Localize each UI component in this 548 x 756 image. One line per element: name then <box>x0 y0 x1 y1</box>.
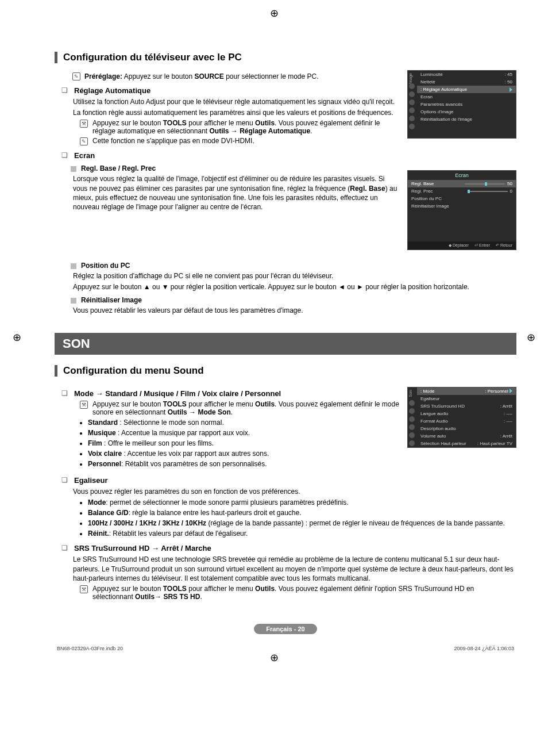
crop-mark-bottom: ⊕ <box>270 651 279 664</box>
osd-image-menu: Image Luminosité: 45 Netteté: 50 : Régla… <box>407 70 516 139</box>
footer-right: 2009-08-24 ¿ÀÈÄ 1:06:03 <box>454 646 514 651</box>
bullet-square <box>71 166 76 172</box>
section-heading-sound: Configuration du menu Sound <box>55 365 516 377</box>
osd-title: Ecran <box>408 171 516 180</box>
subsection-mark: ❏ <box>61 389 70 397</box>
tools-icon: ⚒ <box>80 119 89 128</box>
heading-auto: Réglage Automatique <box>74 86 150 95</box>
subsection-mark: ❏ <box>61 476 70 484</box>
tools-icon: ⚒ <box>80 400 89 409</box>
osd-ecran-menu: Ecran Regl. Base50 Regl. Prec0 Position … <box>407 170 516 250</box>
page: Configuration du téléviseur avec le PC ✎… <box>0 0 548 674</box>
print-footer: BN68-02329A-03Fre.indb 20 2009-08-24 ¿ÀÈ… <box>55 646 516 651</box>
heading-mode: Mode → Standard / Musique / Film / Voix … <box>74 389 281 398</box>
srs-tools-text: Appuyez sur le bouton TOOLS pour affiche… <box>92 585 516 601</box>
osd-footer: ◆ Déplacer ⏎ Entrer ↶ Retour <box>408 241 516 250</box>
subsection-mark: ❏ <box>61 544 70 552</box>
subsection-mark: ❏ <box>61 86 70 94</box>
mode-list: Standard : Sélectionne le mode son norma… <box>55 418 399 469</box>
osd-side-label: Son <box>408 390 412 397</box>
heading-regl-base: Regl. Base / Regl. Prec <box>81 164 156 172</box>
eq-p: Vous pouvez régler les paramètres du son… <box>55 487 516 496</box>
reset-image-p: Vous pouvez rétablir les valeurs par déf… <box>55 306 516 315</box>
position-pc-p2: Appuyez sur le bouton ▲ ou ▼ pour régler… <box>55 282 516 291</box>
regl-base-body: Lorsque vous réglez la qualité de l'imag… <box>55 174 399 212</box>
heading-srs: SRS TruSurround HD → Arrêt / Marche <box>74 544 211 552</box>
heading-position-pc: Position du PC <box>81 262 130 270</box>
osd-son-menu: Son : Mode: Personnel Egaliseur SRS TruS… <box>407 387 516 448</box>
tools-icon: ⚒ <box>80 585 89 593</box>
bullet-square <box>71 298 76 304</box>
heading-egaliseur: Egaliseur <box>74 476 108 485</box>
auto-p2: La fonction règle aussi automatiquement … <box>55 108 399 117</box>
position-pc-p1: Réglez la position d'affichage du PC si … <box>55 271 516 281</box>
bullet-square <box>71 263 76 269</box>
page-number: Français - 20 <box>254 624 317 634</box>
arrow-right-icon <box>510 87 512 92</box>
eq-list: Mode: permet de sélectionner le mode son… <box>55 498 516 539</box>
heading-reset-image: Réinitialiser Image <box>81 296 142 304</box>
heading-ecran: Ecran <box>74 151 95 160</box>
mode-tools-text: Appuyez sur le bouton TOOLS pour affiche… <box>92 400 399 416</box>
osd-side-label: Image <box>408 73 412 84</box>
note-icon: ✎ <box>72 72 81 80</box>
auto-note: Cette fonction ne s'applique pas en mode… <box>92 137 254 145</box>
arrow-right-icon <box>510 389 512 393</box>
auto-p1: Utilisez la fonction Auto Adjust pour qu… <box>55 97 399 106</box>
note-icon: ✎ <box>80 137 89 145</box>
section-heading-pc: Configuration du téléviseur avec le PC <box>55 52 516 63</box>
auto-tools-text: Appuyez sur le bouton TOOLS pour affiche… <box>92 119 399 135</box>
osd-side-icons <box>409 400 415 446</box>
footer-left: BN68-02329A-03Fre.indb 20 <box>57 646 123 651</box>
osd-side-icons <box>409 83 415 129</box>
osd-highlight: : Mode <box>420 389 434 394</box>
osd-highlight: : Réglage Automatique <box>420 87 467 92</box>
son-heading-bar: SON <box>55 333 516 355</box>
subsection-mark: ❏ <box>61 151 70 159</box>
srs-p: Le SRS TruSurround HD est une technologi… <box>55 555 516 583</box>
prereglage-text: Préréglage: Appuyez sur le bouton SOURCE… <box>84 72 319 80</box>
